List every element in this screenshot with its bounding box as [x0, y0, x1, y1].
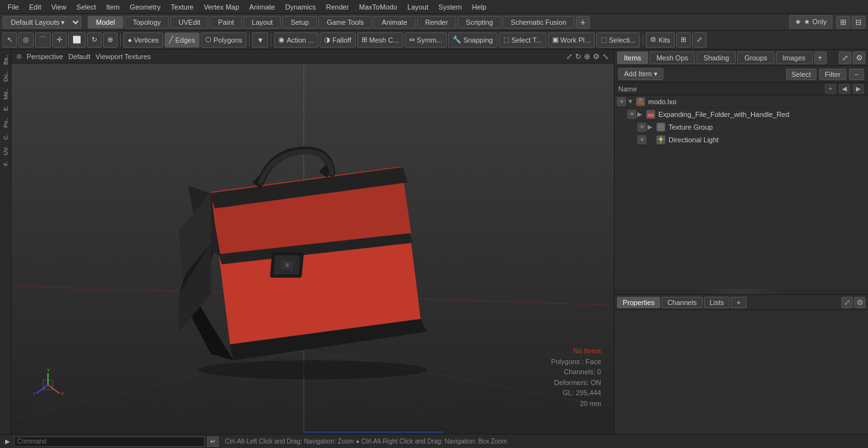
filter-btn[interactable]: Filter — [819, 69, 846, 80]
tab-scripting[interactable]: Scripting — [458, 16, 501, 29]
minus-btn[interactable]: − — [849, 69, 864, 80]
menu-view[interactable]: View — [46, 2, 72, 12]
edges-btn[interactable]: ╱ Edges — [165, 32, 200, 48]
vp-settings-icon[interactable]: ⚙ — [593, 52, 600, 61]
menu-geometry[interactable]: Geometry — [125, 2, 165, 12]
panel-expand-btn[interactable]: ⤢ — [839, 51, 851, 64]
tab-items[interactable]: Items — [617, 51, 648, 64]
layout-dropdown[interactable]: Default Layouts ▾ — [3, 16, 81, 29]
tab-setup[interactable]: Setup — [282, 16, 317, 29]
falloff-btn[interactable]: ◑ Falloff — [320, 32, 356, 48]
tree-item-modo-lxo[interactable]: 👁 ▼ modo.lxo — [614, 95, 868, 108]
selecti-btn[interactable]: ⬚ Selecti... — [596, 32, 640, 48]
menu-maxtomodo[interactable]: MaxToModo — [354, 2, 402, 12]
kits-btn[interactable]: ⚙ Kits — [646, 32, 674, 48]
col-icon-3[interactable]: ▶ — [853, 84, 864, 94]
menu-select[interactable]: Select — [71, 2, 101, 12]
sidebar-mesh[interactable]: Me.. — [1, 86, 10, 102]
tree-item-light[interactable]: 👁 ▶ Directional Light — [614, 133, 868, 146]
tab-groups[interactable]: Groups — [737, 51, 774, 64]
command-arrow[interactable]: ▶ — [5, 438, 10, 445]
sidebar-f[interactable]: F. — [1, 159, 10, 168]
add-layout-button[interactable]: + — [576, 16, 590, 29]
mode-dropdown[interactable]: ▼ — [252, 32, 268, 48]
layout-view-btn[interactable]: ⊞ — [676, 32, 691, 48]
tab-paint[interactable]: Paint — [210, 16, 242, 29]
prop-expand-icon[interactable]: ⤢ — [841, 297, 853, 308]
sidebar-poly[interactable]: Po.. — [1, 115, 10, 130]
eye-light[interactable]: 👁 — [637, 135, 646, 144]
command-go-btn[interactable]: ↵ — [207, 437, 219, 447]
menu-texture[interactable]: Texture — [166, 2, 199, 12]
view-type[interactable]: Perspective — [27, 53, 63, 60]
panel-settings-btn[interactable]: ⚙ — [853, 51, 865, 64]
tree-item-folder[interactable]: 👁 ▶ Expanding_File_Folder_with_Handle_Re… — [614, 108, 868, 121]
sidebar-duplicate[interactable]: Du.. — [1, 69, 10, 85]
arrow-folder[interactable]: ▶ — [637, 111, 645, 118]
menu-file[interactable]: File — [3, 2, 24, 12]
lasso-tool[interactable]: ⌒ — [35, 32, 51, 48]
globe-tool[interactable]: ◎ — [18, 32, 34, 48]
prop-settings-icon[interactable]: ⚙ — [854, 297, 865, 308]
layout-icon-1[interactable]: ⊞ — [836, 16, 850, 29]
col-icon-1[interactable]: + — [825, 84, 836, 94]
sidebar-edge[interactable]: E. — [1, 103, 10, 114]
menu-vertexmap[interactable]: Vertex Map — [199, 2, 245, 12]
command-input[interactable] — [14, 437, 205, 447]
sidebar-c[interactable]: C. — [1, 132, 10, 142]
view-texture[interactable]: Viewport Textures — [95, 53, 151, 60]
scale-tool[interactable]: ⊕ — [103, 32, 118, 48]
layout-icon-2[interactable]: ⊟ — [851, 16, 865, 29]
tab-images[interactable]: Images — [776, 51, 813, 64]
select-btn[interactable]: Select — [786, 69, 817, 80]
arrow-modo-lxo[interactable]: ▼ — [627, 98, 635, 105]
menu-animate[interactable]: Animate — [244, 2, 280, 12]
vp-rotate-icon[interactable]: ↻ — [575, 52, 581, 61]
workpl-btn[interactable]: ▣ Work Pl... — [548, 32, 595, 48]
add-item-btn[interactable]: Add Item ▾ — [618, 68, 663, 80]
menu-layout[interactable]: Layout — [402, 2, 433, 12]
viewport-container[interactable]: Perspective Default Viewport Textures ⤢ … — [11, 50, 614, 434]
select-tool-btn[interactable]: ⬚ Select T... — [499, 32, 546, 48]
transform-tool[interactable]: ⬜ — [68, 32, 86, 48]
view-shading[interactable]: Default — [68, 53, 90, 60]
menu-edit[interactable]: Edit — [24, 2, 46, 12]
tab-channels[interactable]: Channels — [661, 297, 702, 308]
tab-mesh-ops[interactable]: Mesh Ops — [649, 51, 695, 64]
menu-dynamics[interactable]: Dynamics — [280, 2, 321, 12]
menu-render[interactable]: Render — [321, 2, 354, 12]
eye-modo-lxo[interactable]: 👁 — [617, 97, 626, 106]
rotate-tool[interactable]: ↻ — [87, 32, 102, 48]
tab-schematic[interactable]: Schematic Fusion — [503, 16, 574, 29]
symm-btn[interactable]: ⇔ Symm... — [405, 32, 447, 48]
sidebar-uv[interactable]: UV. — [1, 144, 10, 158]
tab-prop-plus[interactable]: + — [731, 297, 746, 308]
sidebar-basic[interactable]: Ba.. — [1, 52, 10, 67]
vertices-btn[interactable]: ● Vertices — [123, 32, 163, 48]
tab-topology[interactable]: Topology — [125, 16, 169, 29]
viewport-dot[interactable] — [17, 54, 22, 59]
expand-btn[interactable]: ⤢ — [692, 32, 707, 48]
tab-lists[interactable]: Lists — [704, 297, 730, 308]
vp-expand-icon[interactable]: ⤡ — [602, 52, 609, 61]
tab-uvedit[interactable]: UVEdit — [170, 16, 208, 29]
polygons-btn[interactable]: ⬡ Polygons — [201, 32, 247, 48]
tab-gametools[interactable]: Game Tools — [318, 16, 372, 29]
viewport-canvas[interactable]: X Y Z No Items Polygons : Face Channels:… — [11, 64, 614, 434]
arrow-texture[interactable]: ▶ — [648, 123, 655, 130]
col-icon-2[interactable]: ◀ — [839, 84, 850, 94]
snapping-btn[interactable]: 🔧 Snapping — [448, 32, 498, 48]
add-panel-tab-btn[interactable]: + — [814, 51, 827, 64]
vp-move-icon[interactable]: ⤢ — [566, 52, 573, 61]
eye-texture[interactable]: 👁 — [637, 123, 646, 132]
star-only-button[interactable]: ★ ★ Only — [789, 15, 832, 29]
menu-system[interactable]: System — [433, 2, 467, 12]
tab-properties[interactable]: Properties — [617, 297, 660, 308]
select-arrow-tool[interactable]: ↖ — [3, 32, 17, 48]
tab-render[interactable]: Render — [417, 16, 456, 29]
menu-item[interactable]: Item — [101, 2, 125, 12]
tab-layout[interactable]: Layout — [243, 16, 281, 29]
eye-folder[interactable]: 👁 — [627, 110, 636, 119]
tree-item-texture[interactable]: 👁 ▶ Texture Group — [614, 121, 868, 133]
mesh-btn[interactable]: ⊞ Mesh C... — [357, 32, 403, 48]
